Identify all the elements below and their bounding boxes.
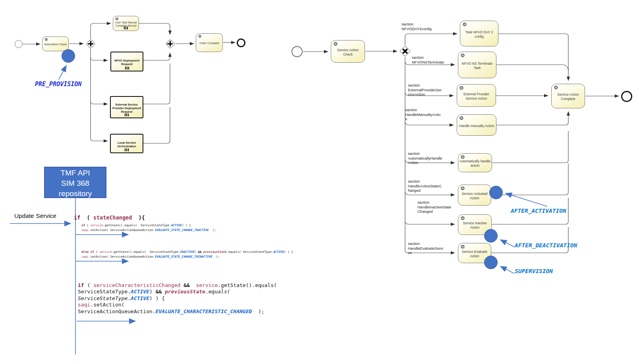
task-automatically-handle-action[interactable]: ⚙ Automatically handle action — [458, 153, 492, 172]
multi-instance-icon — [124, 27, 128, 29]
task-service-action-check[interactable]: ⚙ Service Action Check — [331, 40, 365, 63]
pre-provision-annotation: PRE_PROVISION — [35, 81, 81, 88]
flow-label-handleevaluateservice: saction HandleEvaluateServi ce — [408, 241, 443, 255]
after-activation-marker[interactable] — [489, 186, 503, 199]
service-task-gear-icon: ⚙ — [460, 216, 465, 221]
task-local-service-orchestration[interactable]: Local Service Orchestration — [110, 134, 143, 153]
task-label: External Service Provider Deployment Req… — [112, 101, 141, 114]
flow-label-handlemanuallyaction: saction HandleManuallyActio n — [405, 108, 440, 121]
flow-label-handleactivestatechanged: saction HandleActiveStateC hanged — [408, 179, 442, 193]
flow-label-externalproviderserviceaction: saction ExternalProviderSer viceAction — [408, 83, 442, 97]
flow-label-handleinactivestatechanged: saction HandleInactiveState Changed — [417, 200, 451, 214]
task-nfvo-deployment-request[interactable]: NFVO Deployment Request — [110, 52, 143, 71]
task-user-task-manual-complete-service[interactable]: ⚙ User Task Manual Complete Service — [113, 16, 139, 31]
code-block-toinactive: else if ( service.getState().equals( Ser… — [81, 250, 293, 259]
repository-box-label: TMF API SIM 368 repository — [59, 169, 92, 198]
service-task-gear-icon: ⚙ — [554, 85, 558, 91]
supervision-annotation: SUPERVISION — [515, 268, 553, 274]
task-nfvo-day2-config[interactable]: ⚙ Task NFVO DAY 2 config — [460, 21, 498, 46]
task-service-action-complete[interactable]: ⚙ Service Action Complete — [551, 84, 585, 108]
task-label: NFVO Deployment Request — [114, 57, 139, 66]
service-task-gear-icon: ⚙ — [459, 116, 464, 121]
task-label: Order Complete — [199, 40, 219, 45]
service-task-gear-icon: ⚙ — [115, 17, 119, 21]
code-block-characteristic-changed: if ( serviceCharacteristicChanged && ser… — [78, 282, 277, 315]
update-service-label: Update Service — [14, 212, 56, 220]
task-label: Local Service Orchestration — [117, 139, 136, 148]
task-label: Service Action Complete — [558, 91, 579, 101]
service-task-gear-icon: ⚙ — [460, 244, 465, 250]
service-task-gear-icon: ⚙ — [460, 186, 465, 191]
task-label: Service Inactive Action — [463, 220, 487, 229]
after-activation-annotation: AFTER_ACTIVATION — [511, 208, 566, 214]
end-event-right[interactable] — [621, 91, 632, 102]
flow-label-automaticallyhandleaction: saction AutomaticallyHandle Action — [408, 151, 442, 165]
service-task-gear-icon: ⚙ — [459, 85, 464, 91]
flow-label-nfvonsterminate: saction NFVONSTerminate — [412, 55, 444, 64]
bpmn-diagram-canvas: ⚙ Automation Check ⚙ User Task Manual Co… — [0, 0, 639, 364]
service-task-gear-icon: ⚙ — [198, 34, 202, 39]
task-label: Service Evaluate Action — [462, 248, 487, 258]
task-service-activated-action[interactable]: ⚙ Service Activated Action — [458, 185, 491, 206]
exclusive-gateway[interactable] — [400, 46, 411, 57]
task-label: NFVO NS Terminate Task — [462, 60, 492, 70]
task-nfvo-ns-terminate[interactable]: ⚙ NFVO NS Terminate Task — [458, 52, 496, 78]
parallel-gateway-join[interactable] — [165, 39, 175, 48]
start-event-left[interactable] — [15, 40, 23, 48]
start-event-right[interactable] — [292, 46, 303, 57]
multi-instance-icon — [125, 148, 129, 151]
service-task-gear-icon: ⚙ — [333, 41, 338, 47]
task-automation-check[interactable]: ⚙ Automation Check — [42, 37, 69, 51]
task-handle-manually-action[interactable]: ⚙ Handle manually Action — [457, 114, 496, 136]
code-block-toactive: if ( service.getState().equals( ServiceS… — [81, 223, 216, 233]
task-external-provider-service-action[interactable]: ⚙ External Provider Service Action — [457, 84, 496, 107]
service-task-gear-icon: ⚙ — [462, 22, 467, 27]
parallel-gateway-split[interactable] — [86, 39, 95, 48]
task-label: Automation Check — [44, 41, 67, 46]
service-task-gear-icon: ⚙ — [460, 154, 465, 160]
task-label: Task NFVO DAY 2 config — [465, 29, 493, 39]
service-task-gear-icon: ⚙ — [460, 53, 465, 58]
task-label: Handle manually Action — [459, 122, 494, 128]
task-label: Service Action Check — [337, 46, 359, 56]
after-deactivation-annotation: AFTER_DEACTIVATION — [515, 242, 577, 248]
flow-label-nfvoday2config: saction NFVODAY2config — [402, 22, 432, 31]
tmf-api-repository-box[interactable]: TMF API SIM 368 repository — [44, 167, 106, 198]
after-deactivation-marker[interactable] — [484, 229, 498, 243]
task-label: External Provider Service Action — [463, 91, 489, 100]
code-block-statechanged-title: if ( stateChanged ){ — [74, 214, 145, 221]
end-event-left[interactable] — [237, 39, 245, 47]
pre-provision-marker[interactable] — [62, 49, 75, 63]
task-external-service-provider-deployment-request[interactable]: External Service Provider Deployment Req… — [110, 96, 143, 118]
multi-instance-icon — [125, 114, 129, 116]
task-order-complete[interactable]: ⚙ Order Complete — [196, 33, 223, 52]
multi-instance-icon — [125, 67, 129, 69]
supervision-marker[interactable] — [484, 256, 498, 269]
task-label: Service Activated Action — [461, 190, 487, 200]
service-task-gear-icon: ⚙ — [44, 37, 48, 42]
